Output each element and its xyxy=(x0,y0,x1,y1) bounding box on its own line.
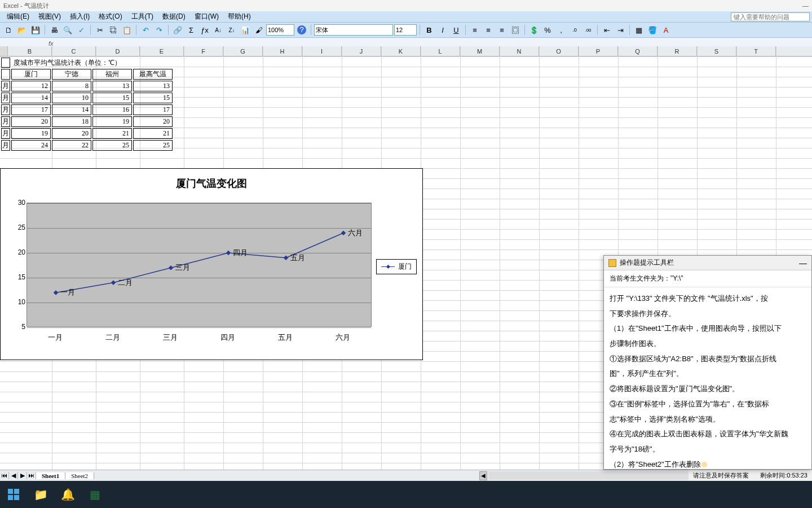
align-right-button[interactable] xyxy=(496,24,508,36)
menu-insert[interactable]: 插入(I) xyxy=(65,12,94,21)
print-preview-button[interactable] xyxy=(61,24,74,36)
hyperlink-button[interactable] xyxy=(171,24,184,36)
cell[interactable]: 20 xyxy=(11,116,51,127)
merge-center-button[interactable] xyxy=(509,24,522,36)
redo-button[interactable] xyxy=(153,24,165,36)
cell[interactable]: 19 xyxy=(11,128,51,139)
embedded-chart[interactable]: 厦门气温变化图 51015202530 一月二月三月四月五月六月 一月二月三月四… xyxy=(0,168,423,360)
menu-tools[interactable]: 工具(T) xyxy=(127,12,158,21)
sheet-tab-2[interactable]: Sheet2 xyxy=(65,472,94,479)
spellcheck-button[interactable] xyxy=(75,24,87,36)
cell[interactable]: 22 xyxy=(52,140,91,151)
cell[interactable]: 15 xyxy=(92,93,132,103)
increase-decimal-button[interactable] xyxy=(568,24,581,36)
cell[interactable]: 25 xyxy=(92,140,132,151)
decrease-decimal-button[interactable] xyxy=(582,24,594,36)
print-button[interactable] xyxy=(48,24,60,36)
currency-button[interactable] xyxy=(528,24,540,36)
cell[interactable]: 18 xyxy=(52,116,91,127)
cell[interactable]: 14 xyxy=(11,93,51,103)
align-left-button[interactable] xyxy=(469,24,481,36)
zoom-combo[interactable] xyxy=(266,24,294,36)
panel-minimize-button[interactable]: — xyxy=(799,259,807,268)
font-combo[interactable] xyxy=(314,24,393,36)
table-row: 月17141617 xyxy=(1,104,173,115)
paste-button[interactable] xyxy=(121,24,133,36)
function-button[interactable]: ƒx xyxy=(198,24,211,36)
tab-nav-next[interactable]: ▶ xyxy=(18,472,27,479)
menu-help[interactable]: 帮助(H) xyxy=(223,12,255,21)
undo-button[interactable] xyxy=(139,24,152,36)
cell[interactable]: 12 xyxy=(11,81,51,91)
cell[interactable]: 13 xyxy=(92,81,132,91)
cell[interactable]: 14 xyxy=(52,104,91,115)
menu-edit[interactable]: 编辑(E) xyxy=(2,12,34,21)
help-search-input[interactable] xyxy=(731,12,810,21)
start-button[interactable] xyxy=(0,481,27,508)
sort-desc-button[interactable] xyxy=(226,24,238,36)
italic-button[interactable]: I xyxy=(436,24,449,36)
cell[interactable]: 15 xyxy=(133,93,173,103)
open-button[interactable] xyxy=(16,24,28,36)
chart-plot-area: 一月二月三月四月五月六月 xyxy=(27,203,372,327)
cell[interactable]: 21 xyxy=(92,128,132,139)
tab-nav-first[interactable]: ⏮ xyxy=(0,472,9,479)
instruction-line: （2）将"Sheet2"工作表删除 xyxy=(610,458,806,469)
cell[interactable]: 25 xyxy=(133,140,173,151)
cell[interactable]: 21 xyxy=(133,128,173,139)
tab-nav-last[interactable]: ⏭ xyxy=(27,472,36,479)
menu-format[interactable]: 格式(O) xyxy=(94,12,126,21)
cell[interactable]: 8 xyxy=(52,81,91,91)
os-taskbar: 📁 🔔 ▦ xyxy=(0,481,812,508)
cell[interactable]: 13 xyxy=(133,81,173,91)
copy-button[interactable] xyxy=(107,24,120,36)
menu-data[interactable]: 数据(D) xyxy=(158,12,190,21)
fx-label[interactable]: fx xyxy=(45,40,57,47)
cell[interactable]: 19 xyxy=(92,116,132,127)
decrease-indent-button[interactable] xyxy=(601,24,613,36)
sort-asc-button[interactable] xyxy=(212,24,224,36)
panel-content[interactable]: 打开 "Y:\133" 文件夹下的文件 "气温统计.xls"，按下要求操作并保存… xyxy=(604,287,811,469)
taskbar-explorer-icon[interactable]: 📁 xyxy=(27,481,54,508)
svg-rect-15 xyxy=(14,495,19,500)
bold-button[interactable]: B xyxy=(423,24,435,36)
panel-titlebar[interactable]: 操作题提示工具栏 — xyxy=(604,256,811,270)
chart-title[interactable]: 厦门气温变化图 xyxy=(1,169,422,195)
fontsize-combo[interactable] xyxy=(394,24,417,36)
taskbar-excel-icon[interactable]: ▦ xyxy=(81,481,108,508)
cell[interactable]: 24 xyxy=(11,140,51,151)
save-button[interactable] xyxy=(29,24,42,36)
cell[interactable]: 10 xyxy=(52,93,91,103)
increase-indent-button[interactable] xyxy=(614,24,626,36)
minimize-button[interactable]: — xyxy=(802,2,809,9)
tab-nav-prev[interactable]: ◀ xyxy=(9,472,18,479)
comma-button[interactable] xyxy=(555,24,567,36)
svg-rect-14 xyxy=(8,495,13,500)
new-button[interactable] xyxy=(2,24,15,36)
chart-wizard-button[interactable] xyxy=(239,24,251,36)
legend-marker-icon xyxy=(381,266,395,267)
menu-window[interactable]: 窗口(W) xyxy=(190,12,223,21)
menu-view[interactable]: 视图(V) xyxy=(34,12,65,21)
autosum-button[interactable] xyxy=(185,24,197,36)
cut-button[interactable] xyxy=(94,24,106,36)
fill-color-button[interactable] xyxy=(646,24,659,36)
svg-text:一月: 一月 xyxy=(60,288,75,296)
borders-button[interactable] xyxy=(633,24,645,36)
help-button[interactable] xyxy=(295,24,308,36)
align-center-button[interactable] xyxy=(482,24,495,36)
cell[interactable]: 20 xyxy=(133,116,173,127)
cell[interactable]: 17 xyxy=(133,104,173,115)
scroll-left-button[interactable]: ◀ xyxy=(479,471,487,480)
percent-button[interactable] xyxy=(541,24,554,36)
chart-legend[interactable]: 厦门 xyxy=(376,259,417,274)
cell[interactable]: 17 xyxy=(11,104,51,115)
underline-button[interactable]: U xyxy=(450,24,462,36)
menu-bar: 编辑(E) 视图(V) 插入(I) 格式(O) 工具(T) 数据(D) 窗口(W… xyxy=(0,11,812,23)
taskbar-exam-icon[interactable]: 🔔 xyxy=(54,481,81,508)
font-color-button[interactable] xyxy=(660,24,672,36)
cell[interactable]: 20 xyxy=(52,128,91,139)
sheet-tab-1[interactable]: Sheet1 xyxy=(36,472,65,479)
drawing-button[interactable]: 🖌 xyxy=(253,24,265,36)
cell[interactable]: 16 xyxy=(92,104,132,115)
